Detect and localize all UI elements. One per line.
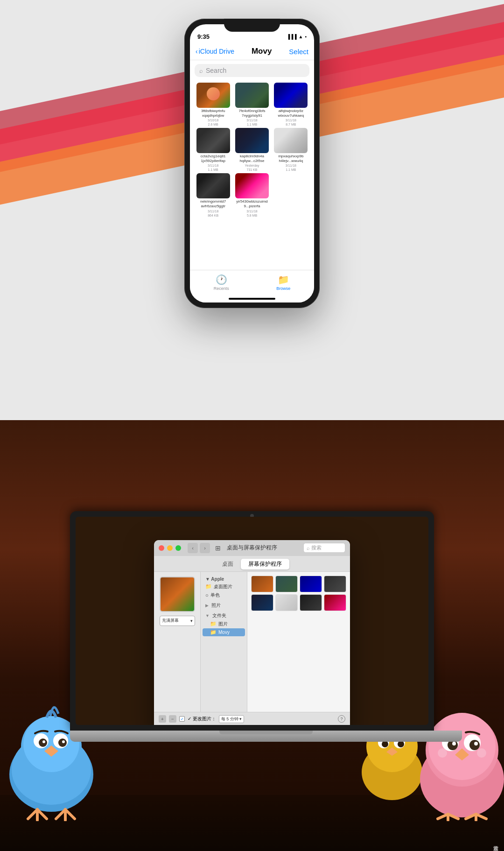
file-size-6: 1.1 MB (286, 168, 296, 171)
file-item-8[interactable]: yir5430wblzszuimd9...pizerfa 3/11/18 5.8… (233, 173, 270, 217)
dialog-nav: ‹ › (188, 543, 210, 553)
svg-point-21 (398, 741, 404, 747)
dialog-sidebar: ▼ Apple 📁 桌面图片 ○ 单色 (201, 572, 247, 712)
change-picture-checkbox[interactable]: ✓ (179, 716, 185, 722)
dialog-file-1[interactable] (251, 576, 273, 592)
tab-screensaver[interactable]: 屏幕保护程序 (241, 559, 289, 570)
dialog-tabs: 桌面 屏幕保护程序 (154, 556, 350, 572)
dialog-file-2[interactable] (275, 576, 298, 592)
remove-button[interactable]: − (169, 715, 176, 723)
dialog-file-3[interactable] (300, 576, 322, 592)
phone-body: 9:35 ▐▐▐ ▲ ▪ ‹ iCloud Drive Movy Select (184, 19, 320, 308)
svg-line-38 (476, 814, 486, 819)
file-item-5[interactable]: kap8clm9dn4ahq8yw...c2t5se Yesterday 731… (233, 128, 270, 171)
dialog-file-6[interactable] (275, 594, 298, 611)
dialog-file-7[interactable] (300, 594, 322, 611)
nav-bar: ‹ iCloud Drive Movy Select (190, 45, 314, 60)
dialog-file-8[interactable] (324, 594, 346, 611)
file-name-6: mpxaquhxxp9bh4lejv...wwu4q (278, 154, 303, 163)
signal-icon: ▐▐▐ (287, 34, 296, 39)
sidebar-item-pictures[interactable]: 📁 图片 (203, 620, 245, 628)
search-icon: ⌕ (199, 67, 203, 74)
dialog-body: 充满屏幕 ▾ ▼ Apple 📁 桌面图片 (154, 572, 350, 712)
tab-browse[interactable]: 📁 Browse (276, 274, 290, 291)
add-button[interactable]: + (159, 715, 166, 723)
nav-select-button[interactable]: Select (289, 48, 308, 56)
file-item-7[interactable]: nekringommtd7avfr6zaxz5ggtr 3/11/18 864 … (195, 173, 231, 217)
interval-dropdown[interactable]: 每 5 分钟 ▾ (219, 715, 244, 723)
sidebar-group-folders: ▼ 文件夹 📁 图片 📁 Movy (203, 612, 245, 636)
search-placeholder: Search (206, 67, 226, 74)
grid-view-button[interactable]: ⊞ (213, 543, 223, 553)
folder-icon: 📁 (210, 621, 217, 627)
file-name-2: 7fe4of0nngl3bfs7nygjztsly91 (239, 109, 266, 118)
svg-point-28 (469, 740, 480, 750)
svg-point-30 (474, 742, 478, 746)
forward-nav-button[interactable]: › (200, 543, 210, 553)
file-name-3: alfqbwjnokrp9zwtxouv7uhkaeq (278, 109, 304, 118)
preview-dropdown[interactable]: 充满屏幕 ▾ (160, 616, 195, 626)
file-date-3: 3/11/18 (286, 119, 296, 122)
macbook-container: ‹ › ⊞ 桌面与屏幕保护程序 ⌕ 搜索 桌面 屏幕保护程序 (70, 511, 434, 742)
sidebar-item-photos[interactable]: ▶ 照片 (203, 601, 245, 610)
file-thumbnail-6 (274, 128, 308, 153)
macbook-top: ‹ › ⊞ 桌面与屏幕保护程序 ⌕ 搜索 桌面 屏幕保护程序 (70, 511, 434, 731)
phone-notch (224, 19, 280, 32)
help-button[interactable]: ? (338, 715, 345, 723)
preview-thumbnail (160, 577, 195, 612)
sidebar-item-desktop-pictures[interactable]: 📁 桌面图片 (203, 583, 245, 591)
close-button[interactable] (159, 545, 164, 551)
svg-point-32 (477, 748, 486, 758)
sidebar-item-folders-header[interactable]: ▼ 文件夹 (203, 612, 245, 620)
file-item-4[interactable]: ccta2vzg1eq811jx592p8erlfap 3/11/18 1.1 … (195, 128, 231, 171)
battery-icon: ▪ (305, 34, 307, 39)
sidebar-item-label: 文件夹 (212, 612, 226, 619)
file-name-7: nekringommtd7avfr6zaxz5ggtr (200, 199, 226, 208)
macbook-base (70, 731, 462, 742)
sidebar-item-solid-color[interactable]: ○ 单色 (203, 591, 245, 599)
dialog-file-4[interactable] (324, 576, 346, 592)
minimize-button[interactable] (167, 545, 173, 551)
file-name-8: yir5430wblzszuimd9...pizerfa (235, 199, 269, 208)
expand-icon: ▶ (205, 603, 209, 608)
file-thumbnail-5 (235, 128, 269, 153)
preview-dropdown-label: 充满屏幕 (162, 618, 179, 624)
sidebar-item-label: 单色 (210, 592, 220, 598)
nav-back-label: iCloud Drive (199, 48, 234, 55)
svg-point-29 (452, 742, 456, 746)
file-grid: 3ft8sfbiwyrtnfuxqajdhprbjbw 3/10/18 2.6 … (190, 81, 314, 219)
back-nav-button[interactable]: ‹ (188, 543, 198, 553)
dialog-bottom-row-2: 随机顺序 (159, 724, 345, 725)
nav-back-button[interactable]: ‹ iCloud Drive (196, 48, 234, 55)
file-item-3[interactable]: alfqbwjnokrp9zwtxouv7uhkaeq 3/11/18 8.7 … (273, 83, 309, 126)
wifi-icon: ▲ (299, 34, 303, 39)
file-item-2[interactable]: 7fe4of0nngl3bfs7nygjztsly91 3/11/18 1.1 … (233, 83, 270, 126)
tab-recents[interactable]: 🕐 Recents (214, 274, 229, 291)
status-time: 9:35 (197, 33, 210, 40)
file-thumbnail-8 (235, 173, 269, 198)
dialog-search-input[interactable]: ⌕ 搜索 (303, 543, 345, 553)
dialog-bottom-bar: + − ✓ ✓ 更改图片： 每 5 分钟 ▾ ? 随 (154, 712, 350, 725)
file-item-1[interactable]: 3ft8sfbiwyrtnfuxqajdhprbjbw 3/10/18 2.6 … (195, 83, 231, 126)
file-item-6[interactable]: mpxaquhxxp9bh4lejv...wwu4q 3/11/18 1.1 M… (273, 128, 309, 171)
search-bar[interactable]: ⌕ Search (195, 64, 309, 77)
tab-desktop[interactable]: 桌面 (215, 559, 241, 570)
file-size-4: 1.1 MB (208, 168, 218, 171)
phone-mockup: 9:35 ▐▐▐ ▲ ▪ ‹ iCloud Drive Movy Select (184, 19, 320, 308)
status-icons: ▐▐▐ ▲ ▪ (287, 34, 307, 39)
file-name-5: kap8clm9dn4ahq8yw...c2t5se (240, 154, 265, 163)
maximize-button[interactable] (175, 545, 181, 551)
svg-point-20 (382, 741, 388, 747)
file-name-4: ccta2vzg1eq811jx592p8erlfap (201, 154, 226, 163)
sidebar-item-movy[interactable]: 📁 Movy (203, 628, 245, 636)
svg-point-8 (42, 740, 45, 743)
sidebar-group-apple: ▼ Apple 📁 桌面图片 ○ 单色 (203, 576, 245, 599)
recents-icon: 🕐 (216, 274, 227, 285)
file-size-5: 731 KB (247, 168, 258, 171)
file-thumbnail-3 (274, 83, 308, 108)
dialog-file-5[interactable] (251, 594, 273, 611)
file-thumbnail-7 (196, 173, 230, 198)
file-thumbnail-1 (196, 83, 230, 108)
sidebar-item-label: Movy (218, 630, 230, 635)
color-icon: ○ (205, 592, 209, 598)
